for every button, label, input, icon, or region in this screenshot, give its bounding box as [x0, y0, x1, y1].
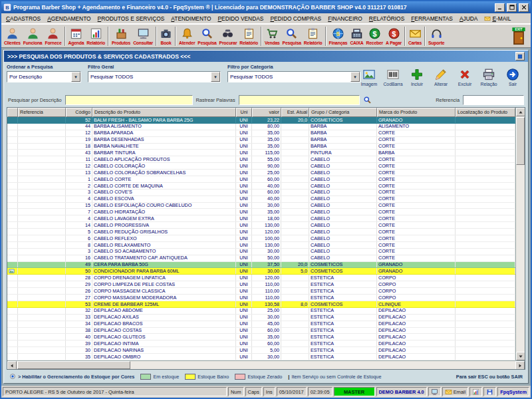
toolbar-button-suporte[interactable]: Suporte	[427, 25, 446, 47]
column-header-est[interactable]: Est. Atual	[281, 108, 309, 117]
column-header-code[interactable]: Código	[66, 108, 92, 117]
menu-item-financeiro[interactable]: FINANCEIRO	[325, 15, 366, 23]
product-row[interactable]: 33DEPILACAO AXILASUNI30,00ESTETICADEPILA…	[7, 315, 515, 321]
maximize-button[interactable]	[507, 3, 517, 12]
product-row[interactable]: 13CABELO COLORAÇÃO SOBRANCELHASUNI25,00C…	[7, 170, 515, 176]
product-row[interactable]: 26CORPO MASSAGEM CLASSICAUNI110,00ESTETI…	[7, 288, 515, 295]
column-header-loc[interactable]: Localização do Produto	[456, 108, 515, 117]
product-row[interactable]: 2CABELO CORTE DE MAQUINAUNI40,00CABELOCO…	[7, 183, 515, 190]
close-button[interactable]	[519, 3, 529, 12]
product-row[interactable]: 15CABELO ESFOLIAÇÃO COURO CABELUDOUNI30,…	[7, 203, 515, 209]
toolbar-button-financas[interactable]: $Finanças	[328, 25, 349, 47]
toolbar-button-vendas[interactable]: Vendas	[263, 25, 281, 47]
product-row[interactable]: 4CABELO ESCOVAUNI40,00CABELOCORTE	[7, 196, 515, 203]
column-header-ref[interactable]: Referencia	[18, 108, 66, 117]
scroll-up-button[interactable]	[516, 108, 525, 116]
menu-item-atendimento[interactable]: ATENDIMENTO	[168, 15, 214, 23]
toolbar-button-a-pagar[interactable]: $A Pagar	[384, 25, 403, 47]
scroll-left-button[interactable]	[7, 361, 17, 370]
product-row[interactable]: 1CABELO CORTEUNI60,00CABELOCORTE	[7, 176, 515, 183]
vertical-scroll-thumb[interactable]	[516, 117, 525, 165]
menu-item-e-mail[interactable]: E-MAIL	[481, 15, 514, 23]
horizontal-scrollbar[interactable]	[7, 360, 525, 369]
product-row[interactable]: 32DEPILACAO ABDOMEUNI25,00ESTETICADEPILA…	[7, 308, 515, 315]
toolbar-button-book[interactable]: Book	[158, 25, 174, 47]
toolbar-button-pesquisa[interactable]: Pesquisa	[196, 25, 217, 47]
product-row[interactable]: 34DEPILACAO BRACOSUNI45,00ESTETICADEPILA…	[7, 321, 515, 328]
toolbar-button-caixa[interactable]: CAIXA	[348, 25, 364, 47]
exit-button[interactable]: EXIT	[508, 25, 529, 47]
menu-item-pedido-vendas[interactable]: PEDIDO VENDAS	[214, 15, 267, 23]
toolbar-button-agenda[interactable]: Agenda	[67, 25, 86, 47]
toolbar-button-cartas[interactable]: Cartas	[407, 25, 423, 47]
product-row[interactable]: 49CERA PARA BARBA 50GUNI37,5020,0COSMETI…	[7, 262, 515, 269]
product-row[interactable]: 27CORPO MASSAGEM MODERADORAUNI110,00ESTE…	[7, 295, 515, 301]
menu-item-cadastros[interactable]: CADASTROS	[3, 15, 44, 23]
search-magnifier-icon[interactable]	[363, 96, 372, 104]
column-header-valor[interactable]: valor	[252, 108, 281, 117]
column-header-ind[interactable]	[7, 108, 18, 117]
minimize-button[interactable]	[495, 3, 505, 12]
toolbar-button-atender[interactable]: Atender	[178, 25, 196, 47]
relacao-button[interactable]: Relação	[477, 63, 500, 92]
toolbar-button-produtos[interactable]: Produtos	[110, 25, 132, 47]
vertical-scrollbar[interactable]	[515, 108, 525, 360]
stock-color-toggle[interactable]: > Habilitar o Gerenciamento do Estoque p…	[9, 373, 134, 380]
product-row[interactable]: 53CREME DE BARBEAR 125MLUNI130,588,0COSM…	[7, 301, 515, 308]
product-row[interactable]: 8CABELO RELAXAMENTOUNI130,00CABELOCORTE	[7, 242, 515, 249]
toolbar-button-clientes[interactable]: Clientes	[3, 25, 22, 47]
toolbar-button-relatorio[interactable]: Relatório	[238, 25, 259, 47]
column-header-grupo[interactable]: Grupo / Categoria	[309, 108, 377, 117]
alterar-button[interactable]: Alterar	[430, 63, 452, 92]
product-row[interactable]: 50CONDICIONADOR PARA BARBA 60MLUNI30,005…	[7, 268, 515, 275]
product-row[interactable]: 7CABELO HIDRATAÇÃOUNI35,00CABELOCORTE	[7, 209, 515, 215]
imagem-button[interactable]: Imagem	[358, 63, 380, 92]
column-header-marca[interactable]: Marca do Produto	[377, 108, 456, 117]
sair-button[interactable]: Sair	[501, 63, 524, 92]
filter-sort-combo[interactable]: Por Descrição ▼	[7, 71, 81, 82]
column-header-desc[interactable]: Descrição do Produto	[92, 108, 236, 117]
codbarra-button[interactable]: CodBarra	[382, 63, 404, 92]
search-description-input[interactable]	[65, 95, 193, 105]
toolbar-button-pesquisa[interactable]: Pesquisa	[281, 25, 303, 47]
column-header-uni[interactable]: Uni	[236, 108, 252, 117]
scroll-down-button[interactable]	[516, 352, 525, 360]
toolbar-button-fornece[interactable]: Fornece	[43, 25, 63, 47]
product-row[interactable]: 3CABELO COVE'SUNI60,00CABELOCORTE	[7, 190, 515, 196]
product-row[interactable]: 12BARBA APARADAUNI35,00BARBACORTE	[7, 130, 515, 137]
product-row[interactable]: 35DEPILACAO OMBROUNI30,00ESTETICADEPILAC…	[7, 354, 515, 360]
menu-item-agendamento[interactable]: AGENDAMENTO	[44, 15, 94, 23]
product-row[interactable]: 52BALM FRESH - BALSAMO PARA BARBA 25GUNI…	[7, 117, 515, 124]
scroll-right-button[interactable]	[515, 361, 525, 370]
product-row[interactable]: 28CORPO DRENAGEM LINFATICAUNI120,00ESTET…	[7, 275, 515, 281]
horizontal-scroll-thumb[interactable]	[17, 361, 130, 369]
toolbar-button-relatorio[interactable]: Relatório	[85, 25, 106, 47]
toolbar-button-procurar[interactable]: Procurar	[218, 25, 239, 47]
chevron-down-icon[interactable]: ▼	[71, 72, 80, 82]
product-row[interactable]: 29CORPO LIMPEZA DE PELE COSTASUNI110,00E…	[7, 281, 515, 288]
filter-category-combo[interactable]: Pesquisar TODOS ▼	[227, 71, 360, 82]
menu-item-produtos-e-servicos[interactable]: PRODUTOS E SERVIÇOS	[94, 15, 168, 23]
menu-item-ajuda[interactable]: AJUDA	[456, 15, 481, 23]
product-row[interactable]: 16CABELO TRATAMENTO CAP. ANTIQUEDAUNI50,…	[7, 255, 515, 262]
menu-item-relatorios[interactable]: RELATÓRIOS	[366, 15, 408, 23]
toolbar-button-receber[interactable]: $Receber	[365, 25, 384, 47]
product-row[interactable]: 5CABELO REDUÇÃO GRISALHOSUNI120,00CABELO…	[7, 229, 515, 235]
product-row[interactable]: 11CABELO APLICAÇÃO PRODUTOSUNI55,00CABEL…	[7, 156, 515, 163]
menu-item-pedido-compras[interactable]: PEDIDO COMPRAS	[267, 15, 325, 23]
product-row[interactable]: 43BARBAR TINTURAUNI115,00PINTURABARBA	[7, 150, 515, 156]
product-row[interactable]: 18BARBA NAVALHETEUNI35,00BARBACORTE	[7, 144, 515, 150]
toolbar-button-funciona[interactable]: Funciona	[22, 25, 44, 47]
product-row[interactable]: 4CABELO LAVAGEM EXTRAUNI18,00CABELOCORTE	[7, 215, 515, 222]
product-row[interactable]: 30DEPILACAO NARINASUNI5,00ESTETICADEPILA…	[7, 347, 515, 354]
toolbar-button-consultar[interactable]: Consultar	[132, 25, 154, 47]
reference-input[interactable]	[463, 95, 524, 105]
product-row[interactable]: 40DEPILACAO GLUTEOSUNI35,00ESTETICADEPIL…	[7, 334, 515, 340]
panel-minimize-button[interactable]	[515, 52, 525, 61]
incluir-button[interactable]: Incluir	[406, 63, 428, 92]
product-row[interactable]: 14CABELO PROGRESSIVAUNI130,00CABELOCORTE	[7, 222, 515, 229]
toolbar-button-relatorio[interactable]: Relatório	[303, 25, 324, 47]
filter-general-combo[interactable]: Pesquisar TODOS ▼	[88, 71, 221, 82]
menu-item-ferramentas[interactable]: FERRAMENTAS	[408, 15, 456, 23]
product-row[interactable]: 44BARBA ALISAMENTOUNI80,00BARBAALISAMENT…	[7, 124, 515, 130]
